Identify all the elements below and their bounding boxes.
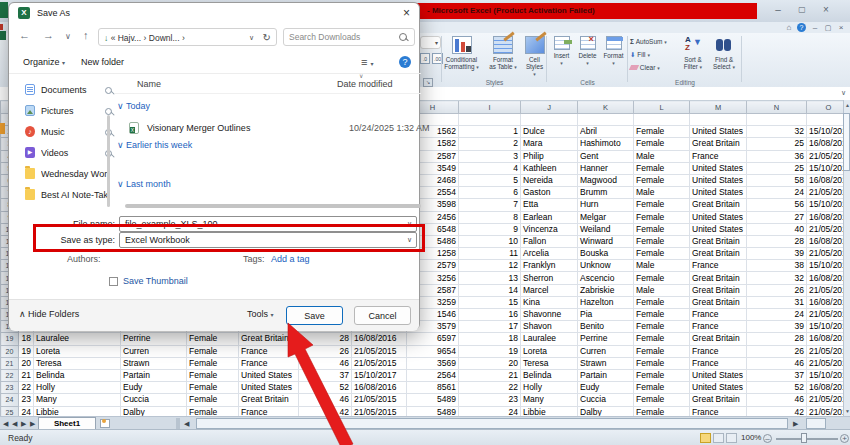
zoom-out-button[interactable]: – — [763, 434, 772, 443]
grid-cell[interactable]: Strawn — [578, 357, 634, 369]
grid-cell[interactable]: France — [239, 406, 299, 416]
grid-cell[interactable]: 26 — [299, 345, 352, 357]
save-button[interactable]: Save — [286, 306, 343, 325]
grid-cell[interactable]: Kina — [521, 296, 578, 308]
grid-cell[interactable]: 25 — [747, 162, 807, 174]
view-options-button[interactable]: ≡ ▾ — [361, 56, 374, 68]
group-header-earlier-this-week[interactable]: ∨ Earlier this week — [117, 140, 192, 150]
grid-cell[interactable]: 3 — [459, 150, 521, 162]
grid-cell[interactable]: 6 — [459, 187, 521, 199]
grid-cell[interactable]: Female — [634, 272, 690, 284]
grid-cell[interactable]: Loreta — [34, 345, 121, 357]
grid-cell[interactable]: Marcel — [521, 284, 578, 296]
grid-cell[interactable]: 12 — [459, 260, 521, 272]
grid-cell[interactable]: Female — [187, 357, 239, 369]
hscroll-right-icon[interactable]: ▶ — [793, 420, 798, 428]
grid-cell[interactable]: Great Britain — [690, 284, 747, 296]
grid-cell[interactable]: Dalby — [578, 406, 634, 416]
grid-cell[interactable]: Female — [634, 162, 690, 174]
grid-cell[interactable]: France — [690, 345, 747, 357]
grid-cell[interactable]: Eudy — [578, 382, 634, 394]
grid-cell[interactable]: 11 — [459, 248, 521, 260]
cancel-button[interactable]: Cancel — [354, 306, 411, 325]
grid-cell[interactable]: Kathleen — [521, 162, 578, 174]
increase-decimal-icon[interactable]: .0 — [420, 53, 430, 64]
grid-cell[interactable]: 46 — [299, 357, 352, 369]
grid-cell[interactable] — [578, 114, 634, 126]
group-header-last-month[interactable]: ∨ Last month — [117, 179, 171, 189]
row-header[interactable]: 20 — [1, 345, 19, 357]
grid-cell[interactable]: Great Britain — [690, 248, 747, 260]
workbook-restore-icon[interactable]: ▢ — [823, 23, 833, 32]
grid-cell[interactable]: Dalby — [121, 406, 187, 416]
grid-cell[interactable]: France — [690, 309, 747, 321]
row-header[interactable]: 21 — [1, 357, 19, 369]
grid-cell[interactable]: United States — [239, 369, 299, 381]
tab-split-handle[interactable] — [176, 418, 180, 429]
window-minimize-button[interactable]: – — [768, 4, 788, 17]
hscroll-left-icon[interactable]: ◀ — [184, 420, 189, 428]
grid-cell[interactable]: 8 — [459, 211, 521, 223]
grid-cell[interactable]: 14 — [459, 284, 521, 296]
dialog-title-bar[interactable]: X Save As × — [9, 3, 419, 23]
row-header[interactable]: 22 — [1, 369, 19, 381]
grid-cell[interactable]: Zabriskie — [578, 284, 634, 296]
home-icon[interactable]: ⌂ — [784, 23, 794, 32]
grid-cell[interactable]: Lauralee — [521, 333, 578, 345]
up-icon[interactable]: ↑ — [83, 29, 89, 41]
number-format-dropdown[interactable]: ▾ — [420, 36, 441, 49]
grid-cell[interactable]: 16/08/2016 — [352, 333, 407, 345]
grid-cell[interactable]: 6597 — [407, 333, 459, 345]
grid-cell[interactable]: 2564 — [407, 369, 459, 381]
grid-cell[interactable]: Lauralee — [34, 333, 121, 345]
format-cells-button[interactable]: Format ▾ — [601, 35, 626, 83]
breadcrumb-root[interactable]: « Hajv... — [111, 33, 142, 43]
grid-cell[interactable]: Female — [634, 321, 690, 333]
organize-button[interactable]: Organize ▾ — [23, 57, 65, 67]
grid-cell[interactable]: Female — [187, 406, 239, 416]
scroll-up-icon[interactable]: ▲ — [844, 102, 850, 108]
page-layout-view-button[interactable] — [713, 433, 724, 443]
help-icon[interactable]: ? — [797, 23, 806, 32]
grid-cell[interactable]: 22 — [19, 382, 34, 394]
grid-cell[interactable]: 8561 — [407, 382, 459, 394]
grid-cell[interactable]: 15 — [459, 296, 521, 308]
grid-cell[interactable]: 28 — [299, 333, 352, 345]
row-header[interactable]: 19 — [1, 333, 19, 345]
grid-cell[interactable]: United States — [690, 382, 747, 394]
grid-cell[interactable]: Gent — [578, 150, 634, 162]
grid-cell[interactable]: France — [690, 357, 747, 369]
grid-cell[interactable]: Great Britain — [690, 272, 747, 284]
grid-cell[interactable]: United States — [690, 174, 747, 186]
grid-cell[interactable]: Female — [634, 174, 690, 186]
grid-cell[interactable]: Female — [187, 394, 239, 406]
forward-icon[interactable]: → — [43, 29, 54, 41]
grid-cell[interactable]: Female — [634, 345, 690, 357]
scrollbar-resize-grip[interactable] — [806, 418, 826, 429]
column-header-date-modified[interactable]: Date modified — [337, 79, 393, 89]
grid-cell[interactable]: Many — [34, 394, 121, 406]
grid-cell[interactable]: Brumm — [578, 187, 634, 199]
grid-cell[interactable]: Teresa — [34, 357, 121, 369]
grid-cell[interactable]: 4 — [459, 162, 521, 174]
grid-cell[interactable]: 26 — [747, 284, 807, 296]
sidebar-item-documents[interactable]: Documents — [17, 81, 113, 101]
grid-cell[interactable]: 39 — [747, 248, 807, 260]
grid-cell[interactable]: 19 — [19, 345, 34, 357]
grid-cell[interactable]: France — [690, 260, 747, 272]
grid-cell[interactable]: 21/05/2015 — [352, 406, 407, 416]
column-header[interactable]: M — [690, 101, 747, 114]
grid-cell[interactable]: 5 — [459, 174, 521, 186]
grid-cell[interactable]: 27 — [747, 211, 807, 223]
row-header[interactable]: 25 — [1, 406, 19, 416]
grid-cell[interactable]: Etta — [521, 199, 578, 211]
grid-cell[interactable]: Male — [634, 260, 690, 272]
grid-cell[interactable]: France — [690, 150, 747, 162]
grid-cell[interactable]: Great Britain — [690, 333, 747, 345]
grid-cell[interactable] — [747, 114, 807, 126]
grid-cell[interactable]: Cuccia — [121, 394, 187, 406]
delete-cells-button[interactable]: × Delete ▾ — [575, 35, 600, 83]
zoom-slider-track[interactable] — [776, 438, 838, 440]
grid-cell[interactable]: 24 — [747, 309, 807, 321]
grid-cell[interactable]: Great Britain — [239, 394, 299, 406]
